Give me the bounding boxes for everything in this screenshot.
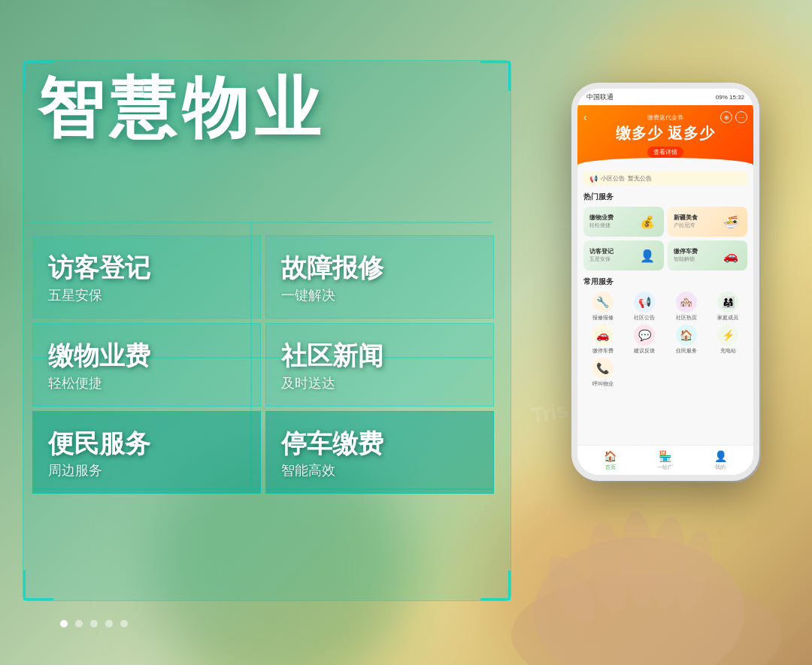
divider-1 [30, 222, 492, 223]
hot-service-parking-sub: 智能解锁 [674, 255, 698, 263]
nav-store-label: 一站广 [657, 464, 673, 471]
app-bottom-nav: 🏠 首页 🏪 一站广 👤 我的 [577, 445, 753, 475]
app-content: 📢 小区公告 暂无公告 热门服务 缴物业费 轻松便捷 💰 [577, 165, 753, 398]
feature-card-repair[interactable]: 故障报修 一键解决 [265, 235, 494, 319]
corner-tr [480, 61, 511, 91]
nav-icon-2[interactable]: ⋯ [735, 111, 747, 123]
dot-2[interactable] [75, 620, 83, 627]
cs-item-notice[interactable]: 📢 社区公告 [626, 292, 665, 322]
cs-label-charge: 充电站 [720, 347, 736, 355]
hot-service-pay[interactable]: 缴物业费 轻松便捷 💰 [583, 207, 664, 237]
nav-item-profile[interactable]: 👤 我的 [714, 450, 727, 471]
feature-card-visitor[interactable]: 访客登记 五星安保 [32, 235, 261, 319]
cs-item-car-fee[interactable]: 🚗 缴停车费 [583, 325, 623, 355]
notice-text: 暂无公告 [628, 174, 652, 183]
feature-sub-parking: 智能高效 [281, 461, 478, 479]
nav-icon-1[interactable]: ⊕ [720, 111, 732, 123]
cs-label-repair: 报修报修 [592, 314, 614, 322]
dot-3[interactable] [90, 620, 98, 627]
common-services-grid: 🔧 报修报修 📢 社区公告 🏘️ 社区热页 👨‍👩‍👧 [583, 292, 747, 388]
cs-item-resident[interactable]: 🏠 住民服务 [667, 325, 706, 355]
dot-4[interactable] [105, 620, 113, 627]
phone-frame: 中国联通 09% 15:32 ‹ ⊕ ⋯ 缴费返代金券 缴多少 返多少 查看详情 [571, 83, 759, 481]
notice-bar: 📢 小区公告 暂无公告 [583, 171, 747, 186]
feature-main-parking: 停车缴费 [281, 428, 478, 459]
hot-service-pay-icon: 💰 [637, 211, 658, 232]
main-title: 智慧物业 [38, 75, 326, 141]
feature-card-parking[interactable]: 停车缴费 智能高效 [265, 411, 494, 494]
hot-service-visitor-sub: 五星安保 [589, 255, 614, 263]
hot-service-parking[interactable]: 缴停车费 智能解锁 🚗 [668, 240, 748, 271]
nav-profile-icon: 👤 [714, 450, 727, 462]
corner-bl [23, 570, 53, 600]
cs-label-family: 家庭成员 [717, 314, 738, 322]
cs-label-resident: 住民服务 [676, 347, 697, 355]
cs-item-call[interactable]: 📞 呼叫物业 [583, 358, 623, 388]
dot-1[interactable] [60, 620, 68, 627]
hot-service-visitor[interactable]: 访客登记 五星安保 👤 [583, 240, 664, 271]
hot-services-title: 热门服务 [583, 192, 747, 202]
feature-main-news: 社区新闻 [281, 340, 478, 371]
feature-sub-repair: 一键解决 [281, 286, 478, 304]
hot-services-grid: 缴物业费 轻松便捷 💰 新疆美食 户拉尼湾 🍜 [583, 207, 747, 271]
dot-5[interactable] [120, 620, 128, 627]
feature-sub-news: 及时送达 [281, 374, 478, 392]
status-bar: 中国联通 09% 15:32 [577, 89, 753, 105]
hot-service-visitor-name: 访客登记 [589, 248, 614, 255]
title-area: 智慧物业 [38, 75, 326, 141]
status-right: 09% 15:32 [716, 94, 744, 101]
phone-screen: 中国联通 09% 15:32 ‹ ⊕ ⋯ 缴费返代金券 缴多少 返多少 查看详情 [577, 89, 753, 475]
banner-content: 缴费返代金券 缴多少 返多少 查看详情 [616, 113, 716, 158]
hot-service-food-name: 新疆美食 [674, 214, 698, 222]
nav-back-button[interactable]: ‹ [583, 111, 587, 123]
feature-row-2: 缴物业费 轻松便捷 社区新闻 及时送达 [30, 321, 496, 409]
banner-top-text: 缴费返代金券 [616, 113, 716, 122]
feature-sub-convenience: 周边服务 [48, 461, 245, 479]
cs-label-community: 社区热页 [676, 314, 697, 322]
cs-label-call: 呼叫物业 [592, 380, 614, 388]
cs-icon-call: 📞 [592, 358, 614, 379]
cs-icon-family: 👨‍👩‍👧 [717, 292, 738, 313]
feature-card-news[interactable]: 社区新闻 及时送达 [265, 323, 494, 407]
cs-item-repair[interactable]: 🔧 报修报修 [583, 292, 623, 322]
feature-row-1: 访客登记 五星安保 故障报修 一键解决 [30, 233, 496, 321]
cs-item-community[interactable]: 🏘️ 社区热页 [667, 292, 706, 322]
notice-icon: 📢 [589, 175, 598, 183]
hot-service-parking-name: 缴停车费 [674, 248, 698, 255]
hot-service-parking-icon: 🚗 [720, 245, 741, 266]
banner-detail-button[interactable]: 查看详情 [647, 147, 683, 158]
hot-service-pay-name: 缴物业费 [589, 214, 614, 222]
nav-home-label: 首页 [605, 464, 616, 471]
cs-icon-car-fee: 🚗 [592, 325, 614, 346]
nav-home-icon: 🏠 [604, 450, 617, 462]
hot-service-pay-sub: 轻松便捷 [589, 222, 614, 229]
features-grid: 访客登记 五星安保 故障报修 一键解决 缴物业费 轻松便捷 社区新闻 及时送达 … [30, 233, 496, 496]
cs-icon-notice: 📢 [634, 292, 655, 313]
nav-item-store[interactable]: 🏪 一站广 [657, 450, 673, 471]
page-dots [60, 620, 128, 627]
nav-profile-label: 我的 [715, 464, 726, 471]
feature-sub-visitor: 五星安保 [48, 286, 245, 304]
cs-item-feedback[interactable]: 💬 建议反馈 [626, 325, 665, 355]
cs-icon-feedback: 💬 [634, 325, 655, 346]
cs-label-feedback: 建议反馈 [634, 347, 655, 355]
common-services-title: 常用服务 [583, 277, 747, 287]
cs-label-notice: 社区公告 [634, 314, 655, 322]
banner-main-text: 缴多少 返多少 [616, 123, 716, 144]
feature-main-repair: 故障报修 [281, 252, 478, 283]
cs-icon-community: 🏘️ [676, 292, 697, 313]
feature-main-visitor: 访客登记 [48, 252, 245, 283]
cs-item-charge[interactable]: ⚡ 充电站 [709, 325, 748, 355]
cs-item-family[interactable]: 👨‍👩‍👧 家庭成员 [709, 292, 748, 322]
nav-store-icon: 🏪 [659, 450, 671, 462]
cs-label-car-fee: 缴停车费 [592, 347, 614, 355]
feature-card-fee[interactable]: 缴物业费 轻松便捷 [32, 323, 261, 407]
carrier-text: 中国联通 [586, 92, 614, 102]
feature-card-convenience[interactable]: 便民服务 周边服务 [32, 411, 261, 494]
app-header: ‹ ⊕ ⋯ 缴费返代金券 缴多少 返多少 查看详情 [577, 105, 753, 165]
cs-icon-resident: 🏠 [676, 325, 697, 346]
common-services-section: 常用服务 🔧 报修报修 📢 社区公告 🏘️ 社区热页 [583, 277, 747, 388]
hot-service-food[interactable]: 新疆美食 户拉尼湾 🍜 [668, 207, 748, 237]
nav-item-home[interactable]: 🏠 首页 [604, 450, 617, 471]
feature-main-convenience: 便民服务 [48, 428, 245, 459]
